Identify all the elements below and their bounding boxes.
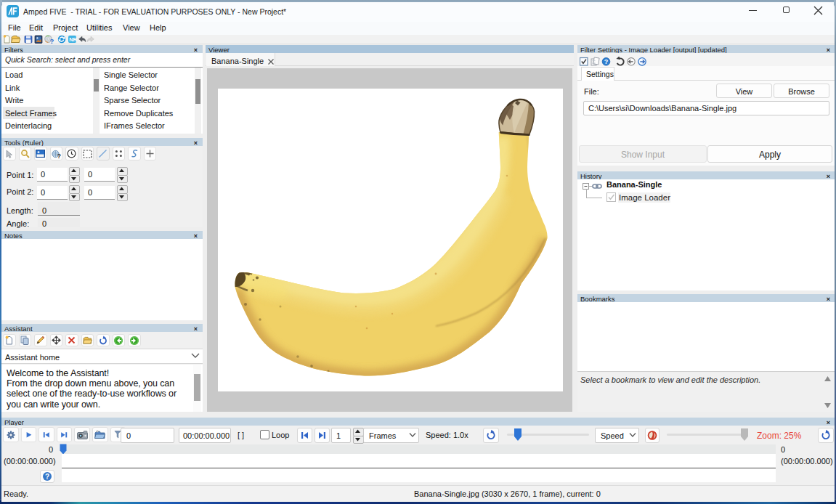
- svg-text:?: ?: [45, 473, 49, 481]
- svg-text:NR: NR: [69, 36, 77, 43]
- svg-text:?: ?: [57, 152, 61, 158]
- svg-text:?: ?: [50, 37, 54, 44]
- svg-text:?: ?: [604, 58, 609, 65]
